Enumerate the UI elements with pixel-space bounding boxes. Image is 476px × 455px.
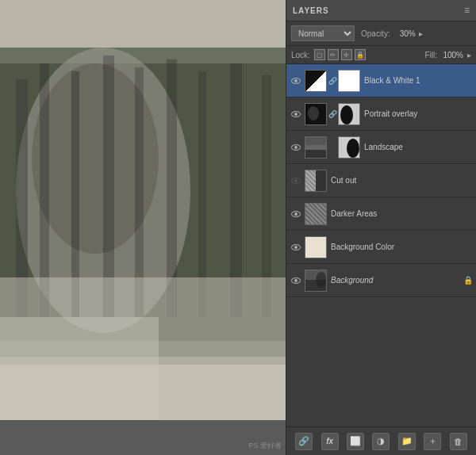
layer-name: Black & White 1 [364,76,473,85]
layer-thumbnails [305,136,360,159]
lock-all-icon[interactable]: 🔒 [355,49,366,60]
layer-link-icon: 🔗 [328,103,336,125]
delete-icon: 🗑 [454,437,463,446]
link-icon: 🔗 [298,436,309,446]
svg-point-14 [32,63,159,254]
eye-icon [291,211,301,217]
fill-label: Fill: [424,51,437,59]
layer-item[interactable]: Landscape [286,131,476,164]
blend-mode-select[interactable]: Normal [291,25,355,41]
opacity-value: 30% [393,29,416,38]
layer-thumb-mask [338,103,360,125]
layer-item[interactable]: Darker Areas [286,197,476,231]
layer-name: Portrait overlay [364,109,473,118]
opacity-label: Opacity: [361,29,390,38]
layer-effects-button[interactable]: fx [321,433,339,450]
layer-thumb-main [305,103,327,125]
layer-visibility-toggle[interactable] [290,178,302,184]
lock-label: Lock: [291,51,310,59]
layer-name: Background Color [331,243,473,251]
lock-image-icon[interactable]: ✏ [328,49,339,60]
lock-position-icon[interactable]: ✛ [341,49,352,60]
adjustment-button[interactable]: ◑ [372,433,390,450]
layer-thumb-main [305,270,327,292]
layers-panel: LAYERS ≡ Normal Opacity: 30% ▸ Lock: ▢ ✏… [286,0,476,455]
svg-rect-16 [0,357,286,420]
layer-thumb-main [305,136,327,159]
svg-point-20 [340,105,353,124]
panel-menu-icon[interactable]: ≡ [464,5,470,16]
layer-thumb-mask [338,136,360,159]
svg-point-25 [347,139,359,158]
svg-point-18 [308,106,319,120]
eye-icon [291,144,301,151]
layer-thumb-main [305,70,327,92]
bottom-toolbar: 🔗 fx ⬜ ◑ 📁 ＋ 🗑 [286,426,476,455]
delete-layer-button[interactable]: 🗑 [450,433,467,450]
layer-visibility-toggle[interactable] [290,211,302,217]
layer-item[interactable]: Cut out [286,164,476,197]
layer-item[interactable]: Background 🔒 [286,264,476,297]
lock-row: Lock: ▢ ✏ ✛ 🔒 Fill: 100% ▸ [286,46,476,64]
background-svg [0,0,286,420]
eye-icon [291,78,301,84]
layer-thumb-main [305,203,327,225]
mask-icon: ⬜ [350,436,361,446]
layer-lock-icon: 🔒 [463,276,473,285]
fill-arrow[interactable]: ▸ [467,51,471,59]
new-layer-icon: ＋ [428,435,437,447]
eye-icon [291,111,301,117]
layer-visibility-toggle[interactable] [290,144,302,151]
watermark: PS 爱好者 [248,441,282,451]
layer-visibility-toggle[interactable] [290,78,302,84]
layer-thumb-main [305,236,327,258]
layer-visibility-toggle[interactable] [290,244,302,250]
layer-name: Background [331,276,460,285]
opacity-arrow[interactable]: ▸ [419,29,423,38]
panel-header: LAYERS ≡ [286,0,476,21]
svg-rect-23 [305,145,327,150]
eye-icon [291,178,301,184]
layer-thumbnails: 🔗 [305,103,360,125]
layers-list: 🔗 Black & White 1 🔗 [286,64,476,403]
layer-thumbnails [305,270,327,292]
add-mask-button[interactable]: ⬜ [347,433,364,450]
layer-thumb-mask [338,70,360,92]
layer-thumb-main [305,170,327,192]
lock-icons-group: ▢ ✏ ✛ 🔒 [314,49,366,60]
layer-thumbnails [305,236,327,258]
layer-name: Cut out [331,176,473,185]
photo-background [0,0,286,420]
layer-item[interactable]: Background Color [286,231,476,264]
layer-thumbnails [305,170,327,192]
fx-icon: fx [326,437,333,445]
fill-value: 100% [441,51,463,59]
lock-transparent-icon[interactable]: ▢ [314,49,325,60]
layer-thumbnails [305,203,327,225]
group-button[interactable]: 📁 [398,433,416,450]
layer-visibility-toggle[interactable] [290,277,302,284]
layer-thumbnails: 🔗 [305,70,360,92]
group-icon: 📁 [401,436,413,446]
svg-point-28 [316,272,327,288]
eye-icon [291,244,301,250]
layer-name: Landscape [364,143,473,151]
layer-item[interactable]: 🔗 Portrait overlay [286,98,476,131]
blend-opacity-row: Normal Opacity: 30% ▸ [286,21,476,46]
new-layer-button[interactable]: ＋ [424,433,441,450]
layer-visibility-toggle[interactable] [290,111,302,117]
layer-link-icon: 🔗 [328,70,336,92]
layer-item[interactable]: 🔗 Black & White 1 [286,64,476,98]
link-layers-button[interactable]: 🔗 [295,433,313,450]
layer-name: Darker Areas [331,209,473,218]
panel-title: LAYERS [293,6,329,15]
eye-icon [291,277,301,284]
adjustment-icon: ◑ [377,436,385,446]
